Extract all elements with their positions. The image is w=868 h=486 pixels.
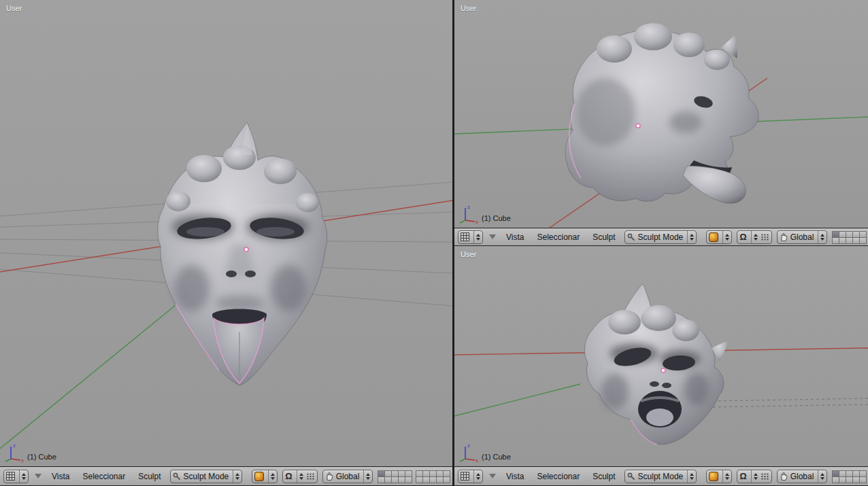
sculpt-mode-icon (627, 472, 635, 481)
orientation-stepper[interactable] (818, 231, 824, 243)
layer-cell[interactable] (443, 476, 450, 483)
menu-vista[interactable]: Vista (48, 472, 73, 481)
mode-dropdown-value: Sculpt Mode (638, 232, 684, 242)
draw-type-icon (709, 472, 718, 481)
layer-cell[interactable] (859, 237, 867, 244)
layer-cell[interactable] (405, 476, 412, 483)
orientation-dropdown[interactable]: Global (777, 470, 828, 483)
viewport-header-quarter: Vista Seleccionar Sculpt Sculpt Mode Ω G… (454, 466, 868, 486)
header-collapse-icon[interactable] (35, 474, 41, 479)
viewport-side[interactable]: User z x (1) Cube (454, 0, 868, 228)
draw-type-button[interactable] (706, 230, 732, 244)
sculpt-head-front[interactable] (158, 122, 327, 385)
viewport-quarter[interactable]: User z x (1) Cube (454, 246, 868, 466)
snap-element-icon[interactable] (761, 233, 769, 241)
header-collapse-icon[interactable] (489, 474, 496, 479)
mode-dropdown[interactable]: Sculpt Mode (624, 470, 697, 483)
viewport-side-scene[interactable] (454, 0, 868, 228)
sculpt-mode-icon (173, 472, 181, 481)
axis-gizmo: z x (458, 441, 479, 463)
snap-magnet-icon[interactable]: Ω (285, 472, 292, 481)
editor-type-stepper[interactable] (473, 231, 480, 243)
sculpt-head-side[interactable] (565, 23, 758, 203)
menu-vista[interactable]: Vista (502, 232, 528, 242)
mode-dropdown-stepper[interactable] (687, 231, 694, 243)
hand-icon (325, 472, 333, 481)
active-object-label: (1) Cube (27, 453, 56, 461)
editor-type-button[interactable] (458, 470, 483, 483)
editor-type-stepper[interactable] (473, 470, 480, 483)
menu-sculpt[interactable]: Sculpt (588, 232, 619, 242)
mode-dropdown-stepper[interactable] (687, 470, 694, 483)
menu-seleccionar[interactable]: Seleccionar (533, 232, 584, 242)
draw-type-stepper[interactable] (722, 470, 729, 483)
editor-type-button[interactable] (458, 230, 483, 244)
orientation-dropdown-value: Global (336, 472, 360, 481)
snap-group[interactable]: Ω (737, 470, 771, 483)
snap-element-icon[interactable] (306, 472, 315, 480)
header-collapse-icon[interactable] (489, 235, 496, 239)
sculpt-head-quarter[interactable] (585, 283, 729, 445)
menu-seleccionar[interactable]: Seleccionar (533, 472, 584, 481)
mini-axis-gizmo: z x (458, 203, 479, 224)
menu-sculpt[interactable]: Sculpt (134, 472, 165, 481)
viewport-editor-icon (6, 472, 15, 481)
snap-stepper[interactable] (751, 231, 758, 243)
layer-block-2 (416, 470, 450, 483)
orientation-dropdown[interactable]: Global (322, 470, 373, 483)
mode-dropdown[interactable]: Sculpt Mode (170, 470, 243, 483)
mini-axis-gizmo: z x (4, 441, 24, 463)
layer-buttons (378, 470, 450, 483)
y-axis-line (454, 384, 580, 416)
viewport-quarter-scene[interactable] (454, 246, 868, 466)
layer-block-1 (832, 470, 866, 483)
snap-group[interactable]: Ω (737, 230, 771, 244)
editor-type-stepper[interactable] (19, 470, 26, 483)
draw-type-button[interactable] (706, 470, 732, 483)
active-object-label: (1) Cube (482, 214, 511, 222)
mode-dropdown-stepper[interactable] (233, 470, 239, 483)
hand-icon (780, 232, 788, 241)
mini-axis-gizmo: z x (458, 441, 479, 463)
sculpt-mode-icon (627, 233, 635, 241)
svg-text:x: x (21, 457, 24, 463)
svg-text:z: z (13, 442, 16, 449)
draw-type-icon (254, 472, 264, 481)
draw-type-stepper[interactable] (268, 470, 275, 483)
snap-stepper[interactable] (297, 470, 303, 483)
draw-type-button[interactable] (252, 470, 278, 483)
orientation-dropdown-value: Global (790, 232, 814, 242)
orientation-stepper[interactable] (818, 470, 824, 483)
menu-sculpt[interactable]: Sculpt (588, 472, 619, 481)
orientation-dropdown[interactable]: Global (777, 230, 828, 244)
layer-block-1 (832, 231, 866, 243)
axis-gizmo: z x (458, 203, 479, 224)
viewport-front-scene[interactable] (0, 0, 452, 466)
orientation-stepper[interactable] (363, 470, 370, 483)
draw-type-stepper[interactable] (722, 231, 729, 243)
view-name-label: User (6, 4, 22, 12)
snap-magnet-icon[interactable]: Ω (739, 232, 746, 241)
editor-type-button[interactable] (3, 470, 29, 483)
mode-dropdown-value: Sculpt Mode (638, 472, 684, 481)
draw-type-icon (709, 232, 718, 242)
menu-vista[interactable]: Vista (502, 472, 528, 481)
snap-stepper[interactable] (751, 470, 758, 483)
snap-magnet-icon[interactable]: Ω (739, 472, 746, 481)
viewport-front[interactable]: User z x (1) Cube (0, 0, 452, 466)
svg-text:z: z (467, 204, 470, 210)
blender-window: User z x (1) Cube (0, 0, 868, 486)
mode-dropdown[interactable]: Sculpt Mode (624, 230, 697, 244)
viewport-header-front: Vista Seleccionar Sculpt Sculpt Mode Ω G… (0, 466, 452, 486)
axis-gizmo: z x (4, 441, 24, 463)
snap-element-icon[interactable] (761, 472, 769, 480)
active-object-label: (1) Cube (482, 453, 511, 461)
cursor-3d (244, 247, 248, 251)
cursor-3d (661, 368, 665, 372)
orientation-dropdown-value: Global (790, 472, 814, 481)
layer-buttons (832, 470, 868, 483)
menu-seleccionar[interactable]: Seleccionar (78, 472, 129, 481)
cursor-3d (636, 124, 640, 128)
snap-group[interactable]: Ω (282, 470, 317, 483)
layer-cell[interactable] (859, 476, 867, 483)
